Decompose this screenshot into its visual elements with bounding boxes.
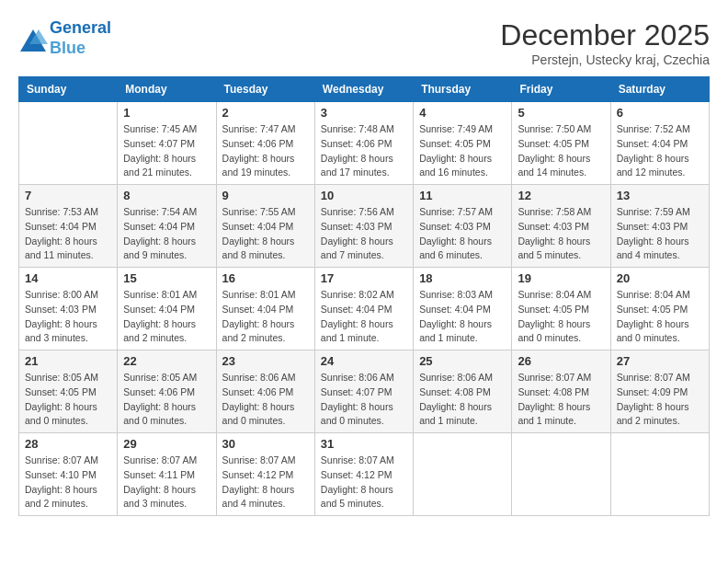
month-title: December 2025	[500, 18, 710, 52]
calendar-week-4: 21Sunrise: 8:05 AMSunset: 4:05 PMDayligh…	[19, 350, 710, 433]
calendar-cell	[610, 433, 709, 516]
day-number: 23	[222, 354, 309, 368]
header-tuesday: Tuesday	[216, 77, 314, 102]
day-number: 27	[617, 354, 703, 368]
day-info: Sunrise: 7:58 AMSunset: 4:03 PMDaylight:…	[518, 205, 604, 263]
day-info: Sunrise: 7:54 AMSunset: 4:04 PMDaylight:…	[123, 205, 210, 263]
title-block: December 2025 Perstejn, Ustecky kraj, Cz…	[500, 18, 710, 67]
calendar-cell: 24Sunrise: 8:06 AMSunset: 4:07 PMDayligh…	[314, 350, 413, 433]
day-info: Sunrise: 7:52 AMSunset: 4:04 PMDaylight:…	[617, 122, 703, 180]
day-number: 30	[222, 437, 309, 451]
calendar-week-2: 7Sunrise: 7:53 AMSunset: 4:04 PMDaylight…	[19, 185, 710, 268]
calendar-cell: 10Sunrise: 7:56 AMSunset: 4:03 PMDayligh…	[314, 185, 413, 268]
day-number: 3	[321, 106, 407, 120]
day-info: Sunrise: 8:07 AMSunset: 4:11 PMDaylight:…	[123, 454, 210, 511]
logo: General Blue	[18, 18, 111, 58]
day-info: Sunrise: 7:47 AMSunset: 4:06 PMDaylight:…	[222, 122, 309, 180]
calendar-cell: 6Sunrise: 7:52 AMSunset: 4:04 PMDaylight…	[610, 102, 709, 185]
day-info: Sunrise: 8:04 AMSunset: 4:05 PMDaylight:…	[617, 288, 703, 346]
calendar-cell: 28Sunrise: 8:07 AMSunset: 4:10 PMDayligh…	[19, 433, 118, 516]
calendar-cell: 26Sunrise: 8:07 AMSunset: 4:08 PMDayligh…	[512, 350, 610, 433]
day-info: Sunrise: 8:06 AMSunset: 4:08 PMDaylight:…	[419, 371, 506, 429]
day-info: Sunrise: 8:06 AMSunset: 4:07 PMDaylight:…	[321, 371, 407, 429]
day-number: 20	[617, 271, 703, 285]
day-info: Sunrise: 8:07 AMSunset: 4:09 PMDaylight:…	[617, 371, 703, 429]
day-number: 8	[123, 189, 210, 202]
day-info: Sunrise: 8:01 AMSunset: 4:04 PMDaylight:…	[123, 288, 210, 346]
day-info: Sunrise: 8:07 AMSunset: 4:12 PMDaylight:…	[222, 454, 309, 511]
day-number: 7	[25, 189, 111, 202]
day-info: Sunrise: 8:07 AMSunset: 4:08 PMDaylight:…	[518, 371, 604, 429]
calendar-cell: 7Sunrise: 7:53 AMSunset: 4:04 PMDaylight…	[19, 185, 118, 268]
day-number: 1	[123, 106, 210, 120]
calendar-cell: 29Sunrise: 8:07 AMSunset: 4:11 PMDayligh…	[118, 433, 216, 516]
location-subtitle: Perstejn, Ustecky kraj, Czechia	[500, 52, 710, 67]
calendar-week-3: 14Sunrise: 8:00 AMSunset: 4:03 PMDayligh…	[19, 268, 710, 350]
calendar-cell: 16Sunrise: 8:01 AMSunset: 4:04 PMDayligh…	[216, 268, 314, 350]
day-number: 25	[419, 354, 506, 368]
day-number: 14	[25, 271, 111, 285]
calendar-cell	[19, 102, 118, 185]
day-info: Sunrise: 8:01 AMSunset: 4:04 PMDaylight:…	[222, 288, 309, 346]
calendar-cell: 12Sunrise: 7:58 AMSunset: 4:03 PMDayligh…	[512, 185, 610, 268]
day-number: 17	[321, 271, 407, 285]
calendar-cell: 11Sunrise: 7:57 AMSunset: 4:03 PMDayligh…	[414, 185, 512, 268]
day-info: Sunrise: 8:05 AMSunset: 4:06 PMDaylight:…	[123, 371, 210, 429]
calendar-week-5: 28Sunrise: 8:07 AMSunset: 4:10 PMDayligh…	[19, 433, 710, 516]
day-number: 15	[123, 271, 210, 285]
day-number: 6	[617, 106, 703, 120]
day-info: Sunrise: 7:49 AMSunset: 4:05 PMDaylight:…	[419, 122, 506, 180]
calendar-cell: 14Sunrise: 8:00 AMSunset: 4:03 PMDayligh…	[19, 268, 118, 350]
day-info: Sunrise: 7:50 AMSunset: 4:05 PMDaylight:…	[518, 122, 604, 180]
day-info: Sunrise: 8:06 AMSunset: 4:06 PMDaylight:…	[222, 371, 309, 429]
day-info: Sunrise: 8:04 AMSunset: 4:05 PMDaylight:…	[518, 288, 604, 346]
calendar-cell: 22Sunrise: 8:05 AMSunset: 4:06 PMDayligh…	[118, 350, 216, 433]
calendar-cell: 3Sunrise: 7:48 AMSunset: 4:06 PMDaylight…	[314, 102, 413, 185]
day-number: 2	[222, 106, 309, 120]
calendar-cell: 9Sunrise: 7:55 AMSunset: 4:04 PMDaylight…	[216, 185, 314, 268]
calendar-cell: 8Sunrise: 7:54 AMSunset: 4:04 PMDaylight…	[118, 185, 216, 268]
day-number: 16	[222, 271, 309, 285]
day-info: Sunrise: 8:03 AMSunset: 4:04 PMDaylight:…	[419, 288, 506, 346]
header-monday: Monday	[118, 77, 216, 102]
day-info: Sunrise: 7:53 AMSunset: 4:04 PMDaylight:…	[25, 205, 111, 263]
day-info: Sunrise: 8:07 AMSunset: 4:10 PMDaylight:…	[25, 454, 111, 511]
day-info: Sunrise: 7:59 AMSunset: 4:03 PMDaylight:…	[617, 205, 703, 263]
day-number: 21	[25, 354, 111, 368]
calendar-cell: 25Sunrise: 8:06 AMSunset: 4:08 PMDayligh…	[414, 350, 512, 433]
day-info: Sunrise: 7:56 AMSunset: 4:03 PMDaylight:…	[321, 205, 407, 263]
calendar-cell: 23Sunrise: 8:06 AMSunset: 4:06 PMDayligh…	[216, 350, 314, 433]
header-thursday: Thursday	[414, 77, 512, 102]
calendar-header-row: Sunday Monday Tuesday Wednesday Thursday…	[19, 77, 710, 102]
calendar-cell	[512, 433, 610, 516]
page-header: General Blue December 2025 Perstejn, Ust…	[18, 18, 710, 67]
header-sunday: Sunday	[19, 77, 118, 102]
day-number: 18	[419, 271, 506, 285]
calendar-table: Sunday Monday Tuesday Wednesday Thursday…	[18, 76, 710, 516]
calendar-cell: 21Sunrise: 8:05 AMSunset: 4:05 PMDayligh…	[19, 350, 118, 433]
calendar-cell: 27Sunrise: 8:07 AMSunset: 4:09 PMDayligh…	[610, 350, 709, 433]
day-number: 31	[321, 437, 407, 451]
day-number: 22	[123, 354, 210, 368]
logo-icon	[18, 28, 46, 50]
day-number: 4	[419, 106, 506, 120]
day-number: 5	[518, 106, 604, 120]
day-info: Sunrise: 8:05 AMSunset: 4:05 PMDaylight:…	[25, 371, 111, 429]
day-number: 29	[123, 437, 210, 451]
calendar-cell: 19Sunrise: 8:04 AMSunset: 4:05 PMDayligh…	[512, 268, 610, 350]
calendar-cell: 17Sunrise: 8:02 AMSunset: 4:04 PMDayligh…	[314, 268, 413, 350]
calendar-cell: 5Sunrise: 7:50 AMSunset: 4:05 PMDaylight…	[512, 102, 610, 185]
calendar-cell: 13Sunrise: 7:59 AMSunset: 4:03 PMDayligh…	[610, 185, 709, 268]
calendar-week-1: 1Sunrise: 7:45 AMSunset: 4:07 PMDaylight…	[19, 102, 710, 185]
day-number: 10	[321, 189, 407, 202]
header-saturday: Saturday	[610, 77, 709, 102]
day-info: Sunrise: 8:00 AMSunset: 4:03 PMDaylight:…	[25, 288, 111, 346]
logo-text: General Blue	[50, 18, 111, 58]
calendar-cell: 18Sunrise: 8:03 AMSunset: 4:04 PMDayligh…	[414, 268, 512, 350]
calendar-cell: 20Sunrise: 8:04 AMSunset: 4:05 PMDayligh…	[610, 268, 709, 350]
calendar-cell: 4Sunrise: 7:49 AMSunset: 4:05 PMDaylight…	[414, 102, 512, 185]
day-number: 11	[419, 189, 506, 202]
day-number: 12	[518, 189, 604, 202]
calendar-cell	[414, 433, 512, 516]
day-number: 9	[222, 189, 309, 202]
